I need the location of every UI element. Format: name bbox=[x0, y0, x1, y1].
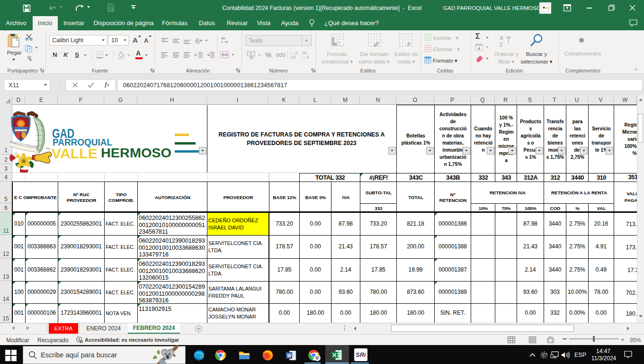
svg-text:Z: Z bbox=[500, 42, 503, 47]
svg-text:VALLE: VALLE bbox=[52, 146, 98, 161]
svg-text:ab: ab bbox=[195, 37, 200, 44]
svg-text:≠: ≠ bbox=[339, 40, 341, 45]
svg-text:W: W bbox=[287, 353, 292, 358]
svg-text:A: A bbox=[500, 35, 503, 41]
svg-text:c: c bbox=[221, 40, 223, 44]
svg-text:HERMOSO: HERMOSO bbox=[101, 146, 171, 160]
